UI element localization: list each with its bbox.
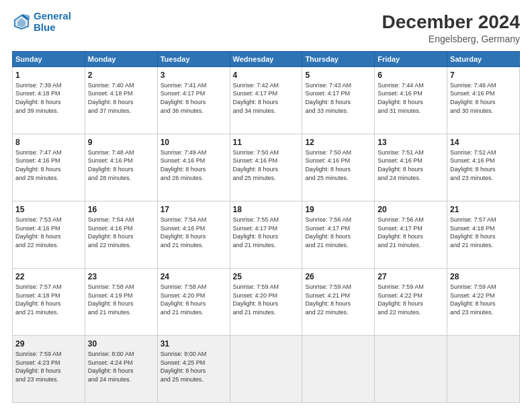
day-info: Sunrise: 7:50 AMSunset: 4:16 PMDaylight:… [305, 148, 371, 182]
week-row-5: 29Sunrise: 7:59 AMSunset: 4:23 PMDayligh… [13, 335, 520, 402]
day-number: 9 [88, 137, 154, 148]
day-number: 16 [88, 204, 154, 215]
calendar: Sunday Monday Tuesday Wednesday Thursday… [12, 51, 520, 403]
day-number: 20 [378, 204, 444, 215]
day-cell: 10Sunrise: 7:49 AMSunset: 4:16 PMDayligh… [157, 134, 230, 201]
day-cell [447, 335, 520, 402]
day-number: 30 [88, 338, 154, 349]
day-number: 19 [305, 204, 371, 215]
day-number: 10 [161, 137, 227, 148]
day-number: 13 [378, 137, 444, 148]
day-number: 1 [15, 70, 82, 81]
day-number: 5 [305, 70, 371, 81]
day-info: Sunrise: 7:57 AMSunset: 4:18 PMDaylight:… [450, 216, 517, 249]
day-info: Sunrise: 7:59 AMSunset: 4:22 PMDaylight:… [450, 283, 517, 316]
day-info: Sunrise: 7:39 AMSunset: 4:18 PMDaylight:… [15, 81, 82, 115]
day-cell: 23Sunrise: 7:58 AMSunset: 4:19 PMDayligh… [85, 268, 157, 335]
header-row: Sunday Monday Tuesday Wednesday Thursday… [13, 51, 520, 66]
day-info: Sunrise: 7:59 AMSunset: 4:22 PMDaylight:… [378, 283, 444, 316]
day-info: Sunrise: 7:59 AMSunset: 4:20 PMDaylight:… [233, 283, 300, 316]
day-number: 22 [15, 271, 82, 282]
day-number: 29 [15, 338, 82, 349]
day-number: 23 [88, 271, 154, 282]
day-info: Sunrise: 7:57 AMSunset: 4:18 PMDaylight:… [15, 283, 82, 316]
col-friday: Friday [375, 51, 447, 66]
col-wednesday: Wednesday [230, 51, 302, 66]
day-cell: 24Sunrise: 7:58 AMSunset: 4:20 PMDayligh… [157, 268, 230, 335]
day-number: 21 [450, 204, 517, 215]
day-number: 4 [233, 70, 300, 81]
day-cell: 9Sunrise: 7:48 AMSunset: 4:16 PMDaylight… [85, 134, 157, 201]
day-info: Sunrise: 7:56 AMSunset: 4:17 PMDaylight:… [305, 216, 371, 249]
day-info: Sunrise: 7:50 AMSunset: 4:16 PMDaylight:… [233, 148, 300, 182]
col-monday: Monday [85, 51, 157, 66]
day-info: Sunrise: 7:53 AMSunset: 4:16 PMDaylight:… [15, 216, 82, 249]
day-cell: 3Sunrise: 7:41 AMSunset: 4:17 PMDaylight… [157, 66, 230, 134]
logo-line2: Blue [34, 21, 56, 33]
day-cell: 27Sunrise: 7:59 AMSunset: 4:22 PMDayligh… [375, 268, 447, 335]
day-cell: 16Sunrise: 7:54 AMSunset: 4:16 PMDayligh… [85, 201, 157, 268]
day-cell: 29Sunrise: 7:59 AMSunset: 4:23 PMDayligh… [13, 335, 85, 402]
title-block: December 2024 Engelsberg, Germany [382, 11, 520, 44]
logo-text: General Blue [34, 11, 71, 33]
day-info: Sunrise: 8:00 AMSunset: 4:25 PMDaylight:… [161, 350, 227, 383]
logo-icon [12, 13, 31, 32]
day-cell: 8Sunrise: 7:47 AMSunset: 4:16 PMDaylight… [13, 134, 85, 201]
day-info: Sunrise: 7:59 AMSunset: 4:21 PMDaylight:… [305, 283, 371, 316]
day-info: Sunrise: 7:58 AMSunset: 4:20 PMDaylight:… [161, 283, 227, 316]
day-number: 18 [233, 204, 300, 215]
day-info: Sunrise: 7:54 AMSunset: 4:16 PMDaylight:… [88, 216, 154, 249]
day-number: 3 [161, 70, 227, 81]
week-row-2: 8Sunrise: 7:47 AMSunset: 4:16 PMDaylight… [13, 134, 520, 201]
week-row-1: 1Sunrise: 7:39 AMSunset: 4:18 PMDaylight… [13, 66, 520, 134]
day-cell [375, 335, 447, 402]
day-cell: 28Sunrise: 7:59 AMSunset: 4:22 PMDayligh… [447, 268, 520, 335]
day-info: Sunrise: 7:51 AMSunset: 4:16 PMDaylight:… [378, 148, 444, 182]
day-number: 24 [161, 271, 227, 282]
col-tuesday: Tuesday [157, 51, 230, 66]
day-info: Sunrise: 8:00 AMSunset: 4:24 PMDaylight:… [88, 350, 154, 383]
subtitle: Engelsberg, Germany [382, 34, 520, 44]
day-cell: 6Sunrise: 7:44 AMSunset: 4:16 PMDaylight… [375, 66, 447, 134]
col-saturday: Saturday [447, 51, 520, 66]
day-info: Sunrise: 7:56 AMSunset: 4:17 PMDaylight:… [378, 216, 444, 249]
logo-line1: General [34, 10, 71, 21]
day-info: Sunrise: 7:48 AMSunset: 4:16 PMDaylight:… [88, 148, 154, 182]
col-sunday: Sunday [13, 51, 85, 66]
day-cell: 30Sunrise: 8:00 AMSunset: 4:24 PMDayligh… [85, 335, 157, 402]
day-info: Sunrise: 7:47 AMSunset: 4:16 PMDaylight:… [15, 148, 82, 182]
day-info: Sunrise: 7:49 AMSunset: 4:16 PMDaylight:… [161, 148, 227, 182]
day-number: 28 [450, 271, 517, 282]
page: General Blue December 2024 Engelsberg, G… [0, 0, 532, 411]
day-cell: 19Sunrise: 7:56 AMSunset: 4:17 PMDayligh… [302, 201, 375, 268]
day-info: Sunrise: 7:46 AMSunset: 4:16 PMDaylight:… [450, 81, 517, 115]
day-info: Sunrise: 7:42 AMSunset: 4:17 PMDaylight:… [233, 81, 300, 115]
day-cell: 1Sunrise: 7:39 AMSunset: 4:18 PMDaylight… [13, 66, 85, 134]
day-info: Sunrise: 7:59 AMSunset: 4:23 PMDaylight:… [15, 350, 82, 383]
day-info: Sunrise: 7:52 AMSunset: 4:16 PMDaylight:… [450, 148, 517, 182]
col-thursday: Thursday [302, 51, 375, 66]
day-info: Sunrise: 7:43 AMSunset: 4:17 PMDaylight:… [305, 81, 371, 115]
day-cell: 11Sunrise: 7:50 AMSunset: 4:16 PMDayligh… [230, 134, 302, 201]
month-title: December 2024 [382, 11, 520, 34]
day-number: 15 [15, 204, 82, 215]
day-cell: 21Sunrise: 7:57 AMSunset: 4:18 PMDayligh… [447, 201, 520, 268]
day-info: Sunrise: 7:54 AMSunset: 4:16 PMDaylight:… [161, 216, 227, 249]
day-cell: 17Sunrise: 7:54 AMSunset: 4:16 PMDayligh… [157, 201, 230, 268]
day-cell: 25Sunrise: 7:59 AMSunset: 4:20 PMDayligh… [230, 268, 302, 335]
day-number: 2 [88, 70, 154, 81]
day-number: 27 [378, 271, 444, 282]
day-cell: 31Sunrise: 8:00 AMSunset: 4:25 PMDayligh… [157, 335, 230, 402]
day-number: 25 [233, 271, 300, 282]
day-number: 31 [161, 338, 227, 349]
day-info: Sunrise: 7:40 AMSunset: 4:18 PMDaylight:… [88, 81, 154, 115]
week-row-3: 15Sunrise: 7:53 AMSunset: 4:16 PMDayligh… [13, 201, 520, 268]
day-number: 8 [15, 137, 82, 148]
logo: General Blue [12, 11, 71, 33]
day-cell: 2Sunrise: 7:40 AMSunset: 4:18 PMDaylight… [85, 66, 157, 134]
day-cell: 22Sunrise: 7:57 AMSunset: 4:18 PMDayligh… [13, 268, 85, 335]
day-cell: 15Sunrise: 7:53 AMSunset: 4:16 PMDayligh… [13, 201, 85, 268]
day-cell [302, 335, 375, 402]
day-number: 12 [305, 137, 371, 148]
day-number: 17 [161, 204, 227, 215]
